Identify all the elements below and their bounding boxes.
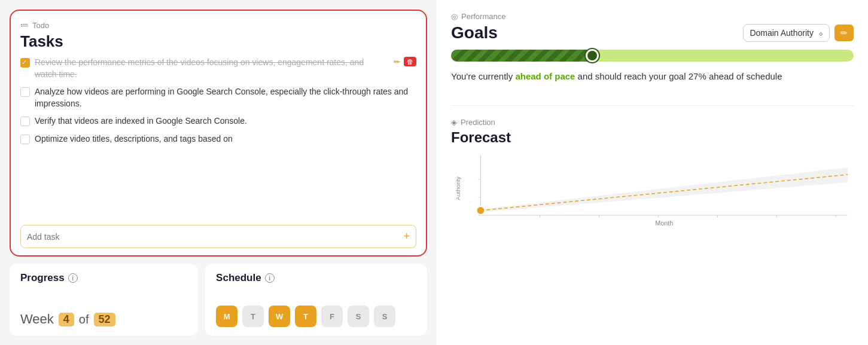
goals-controls: Domain Authority ⬦ ✏ — [743, 24, 854, 42]
goal-status-highlight: ahead of pace — [515, 71, 575, 81]
day-chip-0[interactable]: M — [216, 306, 237, 327]
week-badge: 4 — [59, 313, 74, 326]
dropdown-label: Domain Authority — [750, 28, 814, 38]
svg-text:Authority: Authority — [455, 176, 461, 200]
goal-status-text: You're currently ahead of pace and shoul… — [451, 70, 854, 84]
todo-icon: ≔ — [20, 20, 29, 30]
goals-section: ◎ Performance Goals Domain Authority ⬦ ✏… — [451, 12, 854, 93]
schedule-card: Schedule i MTWTFSS — [205, 264, 427, 335]
prediction-label: ◈ Prediction — [451, 118, 854, 127]
left-panel: ≔ Todo Tasks Review the performance metr… — [0, 0, 437, 345]
right-panel: ◎ Performance Goals Domain Authority ⬦ ✏… — [437, 0, 868, 345]
goal-bar-filled — [451, 50, 592, 62]
task-text-1: Review the performance metrics of the vi… — [35, 57, 388, 80]
task-item: Verify that videos are indexed in Google… — [20, 115, 416, 127]
day-chip-1[interactable]: T — [242, 306, 264, 327]
svg-point-4 — [477, 206, 485, 215]
dropdown-arrow-icon: ⬦ — [818, 28, 823, 38]
goals-header: Goals Domain Authority ⬦ ✏ — [451, 23, 854, 42]
task-checkbox-2[interactable] — [20, 87, 30, 97]
task-checkbox-1[interactable] — [20, 58, 30, 68]
forecast-svg: Authority Month — [451, 149, 854, 227]
task-actions-1: ✏ 🗑 — [392, 57, 416, 66]
total-badge: 52 — [94, 313, 115, 326]
add-task-button[interactable]: + — [403, 230, 410, 243]
tasks-title: Tasks — [20, 32, 416, 51]
progress-title: Progress — [20, 272, 65, 284]
week-label: Week — [20, 312, 54, 327]
of-text: of — [79, 313, 89, 326]
task-text-4: Optimize video titles, descriptions, and… — [35, 133, 416, 145]
forecast-chart: Authority Month — [451, 149, 854, 227]
day-chip-6[interactable]: S — [374, 306, 395, 327]
task-list: Review the performance metrics of the vi… — [20, 57, 416, 219]
add-task-input[interactable] — [27, 232, 403, 242]
goal-bar-knob — [586, 49, 599, 62]
performance-label: ◎ Performance — [451, 12, 854, 21]
goals-title: Goals — [451, 23, 498, 42]
day-chip-4[interactable]: F — [321, 306, 343, 327]
day-chip-3[interactable]: T — [295, 306, 316, 327]
schedule-header: Schedule i — [216, 272, 416, 284]
task-edit-button-1[interactable]: ✏ — [392, 57, 401, 66]
task-item: Analyze how videos are performing in Goo… — [20, 86, 416, 109]
forecast-title: Forecast — [451, 129, 854, 146]
todo-header: ≔ Todo — [20, 20, 416, 30]
goals-edit-button[interactable]: ✏ — [835, 25, 854, 41]
task-item: Optimize video titles, descriptions, and… — [20, 133, 416, 145]
task-text-2: Analyze how videos are performing in Goo… — [35, 86, 416, 109]
task-checkbox-3[interactable] — [20, 117, 30, 126]
goal-status-prefix: You're currently — [451, 71, 515, 81]
prediction-text: Prediction — [461, 118, 495, 127]
day-chips: MTWTFSS — [216, 306, 416, 327]
task-item: Review the performance metrics of the vi… — [20, 57, 416, 80]
progress-card: Progress i Week 4 of 52 — [10, 264, 198, 335]
section-divider — [451, 105, 854, 106]
svg-text:Month: Month — [655, 219, 673, 226]
performance-icon: ◎ — [451, 12, 458, 21]
task-delete-button-1[interactable]: 🗑 — [404, 57, 416, 66]
goal-status-suffix: and should reach your goal 27% ahead of … — [575, 71, 782, 81]
goal-bar-container — [451, 50, 854, 62]
todo-label: Todo — [32, 21, 49, 30]
add-task-container: + — [20, 225, 416, 248]
task-text-3: Verify that videos are indexed in Google… — [35, 115, 416, 127]
bottom-row: Progress i Week 4 of 52 Schedule i MTWTF… — [10, 264, 427, 335]
day-chip-5[interactable]: S — [348, 306, 369, 327]
prediction-icon: ◈ — [451, 118, 457, 127]
schedule-info-icon[interactable]: i — [265, 273, 275, 283]
day-chip-2[interactable]: W — [269, 306, 290, 327]
progress-header: Progress i — [20, 272, 187, 284]
progress-value: Week 4 of 52 — [20, 312, 187, 327]
performance-text: Performance — [461, 12, 505, 21]
goals-dropdown[interactable]: Domain Authority ⬦ — [743, 24, 830, 42]
prediction-section: ◈ Prediction Forecast Authority Month — [451, 118, 854, 334]
task-checkbox-4[interactable] — [20, 135, 30, 144]
schedule-title: Schedule — [216, 272, 261, 284]
progress-info-icon[interactable]: i — [68, 273, 78, 283]
tasks-card: ≔ Todo Tasks Review the performance metr… — [10, 10, 427, 257]
